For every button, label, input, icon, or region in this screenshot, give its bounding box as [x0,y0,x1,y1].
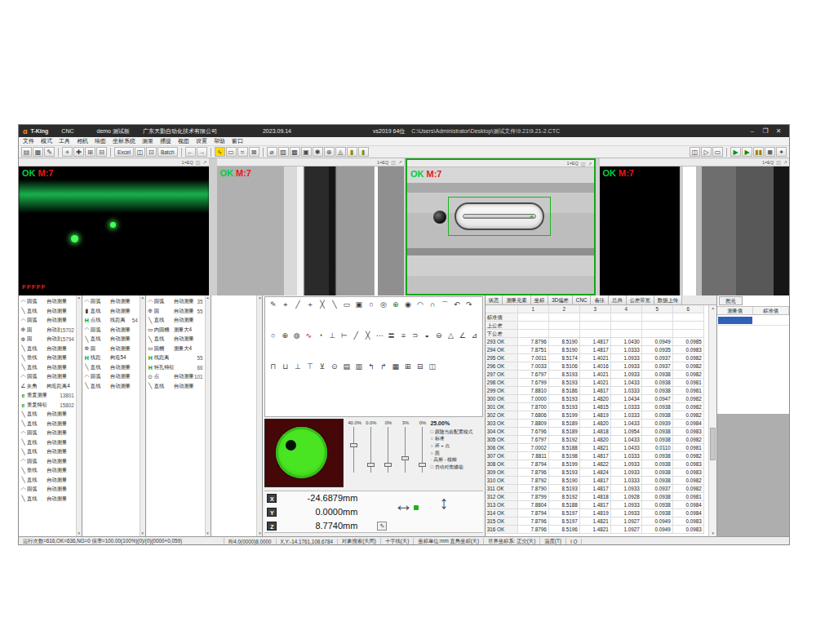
table-cell[interactable]: 1.4818 [580,428,611,436]
table-tab[interactable]: 公差带宽 [627,295,654,304]
status-segment[interactable]: 对象搜索(关闭) [338,538,381,545]
wave-button[interactable]: ≈ [237,147,248,157]
list-item[interactable]: e重复测量13801 [19,391,75,401]
list-item[interactable]: ◠圆弧自动测量35 [146,297,204,307]
table-cell[interactable]: 306 OK [486,444,518,452]
tool-icon[interactable]: ▭ [341,300,352,309]
table-cell[interactable]: 0.0982 [673,354,704,362]
table-cell[interactable] [611,330,642,338]
table-cell[interactable]: 0.0938 [642,411,673,420]
light-a-button[interactable]: ▮ [347,147,357,157]
status-segment[interactable]: R/4.0(0000)8.0000 [224,539,277,544]
tool-icon[interactable]: ⊖ [434,331,445,340]
list-item[interactable]: ⊕圆自动测量 [82,344,139,354]
triangle-button[interactable]: ◬ [335,147,346,157]
table-cell[interactable]: 7.6797 [518,436,549,444]
table-cell[interactable]: 7.8811 [518,452,549,460]
tool-icon[interactable]: ⊤ [304,362,315,371]
table-cell[interactable]: 0.0947 [642,395,673,403]
tool-icon[interactable]: ○ [268,331,278,340]
list-item[interactable]: ◠圆弧自动测量 [19,316,75,326]
table-cell[interactable]: 294 OK [486,346,518,354]
slider-thumb[interactable] [367,463,375,467]
table-cell[interactable]: 0.0949 [642,338,673,346]
table-cell[interactable]: 7.8796 [518,526,549,534]
table-cell[interactable]: 8.5196 [549,526,580,534]
stop-button[interactable]: ◼ [765,147,775,157]
table-cell[interactable]: 0.0982 [673,436,704,444]
list-item[interactable]: ╲直线自动测量 [19,363,75,373]
table-cell[interactable]: 0.0981 [673,444,704,452]
table-cell[interactable]: 7.8810 [518,387,549,395]
table-cell[interactable]: 313 OK [486,501,518,509]
table-cell[interactable]: 1.4821 [580,517,611,526]
table-cell[interactable]: 0.0949 [642,526,673,534]
table-cell[interactable]: 308 OK [486,460,518,469]
table-cell[interactable]: 0.0938 [642,371,673,379]
tool-icon[interactable]: ↱ [378,362,388,371]
list-item[interactable]: ∠夹角构造距离4 [19,382,75,392]
list-item[interactable]: ◠圆弧自动测量 [19,297,75,307]
table-cell[interactable]: 7.8792 [518,477,549,485]
project-button[interactable]: ▤ [21,147,32,157]
table-cell[interactable]: 8.5188 [549,444,580,452]
table-cell[interactable]: 7.8790 [518,485,549,493]
table-cell[interactable]: 0.0981 [673,379,704,387]
tool-icon[interactable]: △ [446,331,456,340]
list-item[interactable]: ◠圆弧自动测量 [19,457,75,467]
table-cell[interactable]: 7.6806 [518,411,549,420]
menu-item[interactable]: 文件 [23,137,34,145]
table-cell[interactable]: 0.0982 [673,403,704,411]
light-slider[interactable] [350,427,357,473]
table-cell[interactable] [518,322,549,330]
table-cell[interactable]: 7.8796 [518,517,549,526]
tool-icon[interactable]: ◫ [427,362,437,371]
table-cell[interactable]: 0.0938 [642,460,673,469]
tool-icon[interactable]: 〓 [387,331,397,340]
table-cell[interactable]: 0.0939 [642,420,673,428]
table-scrollbar[interactable]: ▲ ▼ [708,305,716,536]
table-tab[interactable]: 状态 [486,295,503,304]
table-cell[interactable]: 1.0933 [611,460,642,469]
table-cell[interactable] [642,330,673,338]
table-cell[interactable] [518,313,549,322]
table-cell[interactable]: 0.0982 [673,485,704,493]
table-cell[interactable]: 0.0937 [642,354,673,362]
table-cell[interactable]: 7.0002 [518,444,549,452]
tool-icon[interactable]: ⊕ [280,331,290,340]
edit-coordinate-button[interactable]: ✎ [377,522,387,531]
tool-icon[interactable]: ◒ [422,331,432,340]
list-item[interactable]: ⊕圆自动测量55 [146,307,204,317]
tool-icon[interactable]: ◉ [402,300,413,309]
table-cell[interactable]: 0.0983 [673,428,704,436]
ring-light-preview[interactable] [264,419,344,487]
table-cell[interactable]: 0.0938 [642,493,673,501]
tool-icon[interactable]: ＋ [304,300,315,309]
tool-icon[interactable]: ⊔ [280,362,290,371]
list-item[interactable]: ◠圆弧自动测量 [19,485,75,495]
list-item[interactable]: ╲直线自动测量 [19,344,75,354]
tile-windows-button[interactable]: ⊞ [85,147,95,157]
table-cell[interactable]: 8.5174 [549,354,580,362]
table-cell[interactable]: 0.0983 [673,469,704,477]
menu-item[interactable]: 捕捉 [160,137,171,145]
table-cell[interactable]: 8.5193 [549,395,580,403]
table-cell[interactable]: 0.0937 [642,485,673,493]
status-segment[interactable]: X,Y:-14.1761,108.6784 [277,539,338,544]
table-cell[interactable]: 0.0110 [642,444,673,452]
scrollbar[interactable]: ▲▼ [140,295,145,536]
camera-panel-4[interactable]: 1=EQ ◫ ↗ OKM:7 [600,158,790,295]
table-cell[interactable]: 标准值 [486,313,518,322]
table-cell[interactable]: 8.5193 [549,403,580,411]
tool-icon[interactable]: ╳ [317,300,327,309]
table-cell[interactable]: 1.4016 [580,362,611,371]
table-cell[interactable]: 0.0937 [642,362,673,371]
camera-panel-3-selected[interactable]: 1=EQ ◫ ↗ OKM:7 + [406,158,596,295]
table-cell[interactable] [549,330,580,338]
table-cell[interactable]: 0.0938 [642,387,673,395]
diameter-button[interactable]: ⌀ [267,147,277,157]
snapshot-icon[interactable]: ◫ [581,161,586,167]
table-cell[interactable]: 8.5192 [549,493,580,501]
table-cell[interactable]: 0.0983 [673,517,704,526]
table-cell[interactable]: 1.0933 [611,501,642,509]
